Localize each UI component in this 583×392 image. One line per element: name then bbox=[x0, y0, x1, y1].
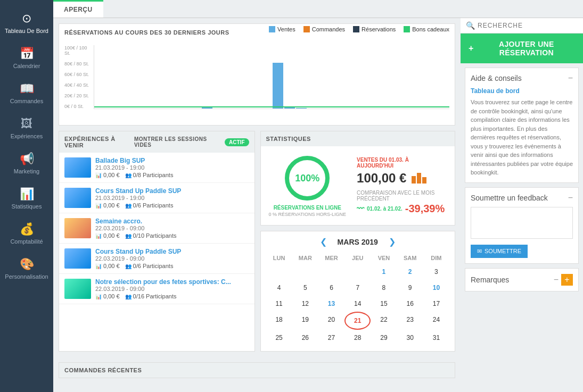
cal-day[interactable]: 7 bbox=[344, 280, 371, 296]
cal-day[interactable]: 31 bbox=[423, 330, 449, 346]
chart-bar bbox=[273, 63, 283, 109]
cal-day[interactable]: 13 bbox=[318, 296, 344, 312]
cal-day[interactable]: 18 bbox=[266, 312, 292, 330]
cal-day[interactable]: 2 bbox=[397, 264, 423, 280]
cal-day[interactable]: 8 bbox=[371, 280, 397, 296]
chart-y-labels: 100€ / 100 St. 80€ / 80 St. 60€ / 60 St.… bbox=[64, 45, 94, 109]
chart-bar-group bbox=[154, 45, 165, 109]
feedback-textarea[interactable] bbox=[471, 207, 573, 239]
exp-image bbox=[64, 248, 91, 269]
exp-stats: 📊 0,00 € 👥 0/16 Participants bbox=[95, 293, 249, 299]
experiences-header: EXPÉRIENCES À VENIR Montrer les sessions… bbox=[59, 131, 254, 153]
cal-day[interactable]: 4 bbox=[266, 280, 292, 296]
exp-title[interactable]: Semaine accro. bbox=[95, 218, 249, 225]
cal-day[interactable]: 29 bbox=[371, 330, 397, 346]
feedback-title: Soumettre un feedback − bbox=[471, 193, 573, 203]
sidebar-item-personnalisation[interactable]: 🎨 Personnalisation bbox=[0, 251, 53, 286]
calendar-next[interactable]: ❯ bbox=[389, 237, 396, 247]
cal-day[interactable]: 1 bbox=[371, 264, 397, 280]
sidebar-item-statistiques[interactable]: 📊 Statistiques bbox=[0, 181, 53, 216]
cal-day[interactable]: 9 bbox=[397, 280, 423, 296]
comparison-value: 〰 01.02. à 21.02. -39,39% bbox=[357, 203, 447, 215]
sidebar: ⊙ Tableau De Bord 📅 Calendrier 📖 Command… bbox=[0, 0, 53, 392]
cal-day[interactable]: 28 bbox=[344, 330, 371, 346]
cal-day-header: LUN bbox=[266, 252, 292, 264]
exp-title[interactable]: Cours Stand Up Paddle SUP bbox=[95, 248, 249, 255]
add-reservation-button[interactable]: + AJOUTER UNE RÉSERVATION bbox=[461, 34, 583, 63]
sidebar-item-calendrier[interactable]: 📅 Calendrier bbox=[0, 40, 53, 76]
exp-title[interactable]: Notre sélection pour des fetes sportives… bbox=[95, 278, 249, 286]
sidebar-item-experiences[interactable]: 🖼 Expériences bbox=[0, 111, 53, 146]
cal-day[interactable]: 17 bbox=[423, 296, 449, 312]
chart-bar-group bbox=[284, 45, 295, 109]
cal-day[interactable]: 26 bbox=[292, 330, 318, 346]
help-section: Aide & conseils − Tableau de bord Vous t… bbox=[465, 68, 579, 183]
exp-stats: 📊 0,00 € 👥 0/8 Participants bbox=[95, 172, 249, 178]
chart-bar bbox=[202, 107, 212, 109]
help-collapse-button[interactable]: − bbox=[568, 73, 573, 83]
cal-day[interactable]: 5 bbox=[292, 280, 318, 296]
chart-bar-group bbox=[355, 45, 366, 109]
cal-day[interactable]: 30 bbox=[397, 330, 423, 346]
cal-day-header: JEU bbox=[344, 252, 371, 264]
cal-day[interactable]: 10 bbox=[423, 280, 449, 296]
cal-day[interactable]: 27 bbox=[318, 330, 344, 346]
statistiques-icon: 📊 bbox=[20, 187, 34, 201]
add-remarque-button[interactable]: + bbox=[561, 274, 573, 286]
exp-image bbox=[64, 279, 91, 299]
cal-day-header: VEN bbox=[371, 252, 397, 264]
exp-date: 22.03.2019 - 09:00 bbox=[95, 255, 249, 262]
feedback-section: Soumettre un feedback − ✉ SOUMETTRE bbox=[465, 187, 579, 264]
chart-bar-group bbox=[119, 45, 129, 109]
sales-amount: 100,00 € bbox=[357, 171, 447, 186]
exp-price: 📊 0,00 € bbox=[95, 293, 120, 299]
cal-day[interactable]: 22 bbox=[371, 312, 397, 330]
exp-price: 📊 0,00 € bbox=[95, 202, 120, 208]
toggle-button[interactable]: ACTIF bbox=[225, 138, 249, 146]
cal-day[interactable]: 12 bbox=[292, 296, 318, 312]
submit-feedback-button[interactable]: ✉ SOUMETTRE bbox=[471, 245, 528, 258]
cal-day[interactable]: 20 bbox=[318, 312, 344, 330]
feedback-collapse-button[interactable]: − bbox=[568, 193, 573, 203]
cal-day[interactable]: 16 bbox=[397, 296, 423, 312]
cal-day[interactable]: 24 bbox=[423, 312, 449, 330]
sidebar-item-marketing[interactable]: 📢 Marketing bbox=[0, 146, 53, 181]
exp-title[interactable]: Ballade Big SUP bbox=[95, 157, 249, 164]
exp-participants: 👥 0/10 Participants bbox=[125, 232, 177, 239]
chart-plot bbox=[94, 45, 449, 109]
cal-day-today[interactable]: 21 bbox=[344, 312, 371, 330]
sidebar-item-comptabilite[interactable]: 💰 Comptabilité bbox=[0, 216, 53, 251]
cal-day[interactable]: 15 bbox=[371, 296, 397, 312]
calendar-grid: LUN MAR MER JEU VEN SAM DIM bbox=[266, 252, 450, 346]
search-input[interactable] bbox=[478, 22, 578, 29]
cal-day[interactable]: 23 bbox=[397, 312, 423, 330]
cal-day[interactable]: 19 bbox=[292, 312, 318, 330]
list-item: Ballade Big SUP 21.03.2019 - 19:00 📊 0,0… bbox=[59, 153, 254, 183]
remarques-collapse-button[interactable]: − bbox=[554, 274, 559, 286]
tab-bar: APERÇU bbox=[53, 0, 583, 18]
cal-day[interactable]: 25 bbox=[266, 330, 292, 346]
chart-legend: Ventes Commandes Réservations Bons cadea… bbox=[269, 26, 449, 32]
chart-bar-group bbox=[225, 45, 236, 109]
calendar-section: ❮ MARS 2019 ❯ LUN MAR MER JEU VEN SAM bbox=[260, 231, 456, 352]
sidebar-item-commandes[interactable]: 📖 Commandes bbox=[0, 76, 53, 111]
cal-day[interactable]: 11 bbox=[266, 296, 292, 312]
exp-title[interactable]: Cours Stand Up Paddle SUP bbox=[95, 187, 249, 195]
list-item: Cours Stand Up Paddle SUP 22.03.2019 - 0… bbox=[59, 244, 254, 274]
chart-bar-group bbox=[438, 45, 448, 109]
calendar-prev[interactable]: ❮ bbox=[320, 237, 327, 247]
cal-day[interactable]: 6 bbox=[318, 280, 344, 296]
people-icon: 👥 bbox=[125, 263, 132, 269]
statistics-header: STATISTIQUES bbox=[261, 131, 455, 146]
bar-chart-icon: 📊 bbox=[95, 172, 102, 178]
sidebar-item-tableau[interactable]: ⊙ Tableau De Bord bbox=[0, 5, 53, 40]
cal-day[interactable]: 3 bbox=[423, 264, 449, 280]
tab-apercu[interactable]: APERÇU bbox=[53, 0, 103, 18]
trend-icon: 〰 bbox=[357, 204, 364, 213]
cal-day[interactable]: 14 bbox=[344, 296, 371, 312]
calendar-header: ❮ MARS 2019 ❯ bbox=[266, 237, 450, 247]
chart-bar-group bbox=[131, 45, 142, 109]
dashboard-icon: ⊙ bbox=[22, 12, 31, 26]
commandes-icon: 📖 bbox=[20, 82, 34, 96]
chart-bar-group bbox=[143, 45, 153, 109]
